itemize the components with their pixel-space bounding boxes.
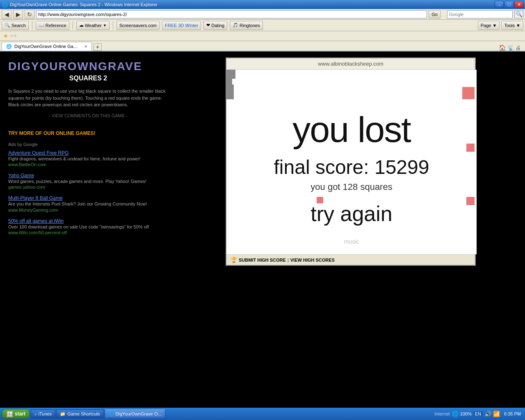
title-bar-left: 🌐 DigYourOwnGrave Online Games: Squares … <box>2 2 158 8</box>
ad-item-2: Multi-Player 8 Ball Game Are you the Int… <box>8 195 168 212</box>
minimize-button[interactable]: – <box>495 1 504 8</box>
reference-icon: 📖 <box>39 23 44 28</box>
taskbar-browser[interactable]: 🌐 DigYourOwnGrave O... <box>105 409 165 418</box>
screensavers-label: Screensavers.com <box>119 23 157 28</box>
toolbar-separator-1 <box>32 21 32 30</box>
url-input[interactable] <box>36 10 427 18</box>
browser-label: DigYourOwnGrave O... <box>116 411 162 416</box>
new-tab-button[interactable]: + <box>94 43 102 51</box>
gray-square-2 <box>226 79 232 84</box>
ad-title-0[interactable]: Adventure Quest Free RPG <box>8 150 168 156</box>
refresh-button[interactable]: ↻ <box>25 10 34 19</box>
winter-button[interactable]: FREE 3D Winter <box>162 21 201 30</box>
google-search-input[interactable] <box>447 10 513 18</box>
ad-title-3[interactable]: 50% off all games at iWin <box>8 218 168 224</box>
sys-tray-icon-1: 🔊 <box>484 411 491 417</box>
reference-button[interactable]: 📖 Reference <box>36 21 69 30</box>
submit-score-link[interactable]: SUBMIT HIGH SCORE <box>239 258 286 262</box>
view-comments-link[interactable]: - VIEW COMMENTS ON THIS GAME - <box>8 113 168 118</box>
back-button[interactable]: ◀ <box>2 10 11 19</box>
window-title: DigYourOwnGrave Online Games: Squares 2 … <box>10 2 158 7</box>
title-bar: 🌐 DigYourOwnGrave Online Games: Squares … <box>0 0 525 9</box>
tools-button[interactable]: Tools ▼ <box>501 21 523 30</box>
go-button[interactable]: Go <box>429 10 441 18</box>
weather-icon: ☁ <box>79 23 84 28</box>
view-scores-link[interactable]: VIEW HIGH SCORES <box>290 258 335 262</box>
dating-button[interactable]: ❤ Dating <box>203 21 227 30</box>
site-title: DIGYOUROWNGRAVE <box>8 60 168 73</box>
forward-button[interactable]: ▶ <box>13 10 23 19</box>
taskbar-itunes[interactable]: ♪ iTunes <box>31 409 55 418</box>
print-icon[interactable]: 🖨 <box>516 45 521 51</box>
ringtones-button[interactable]: 🎵 Ringtones <box>230 21 263 30</box>
game-bottom-bar: 🏆 SUBMIT HIGH SCORE | VIEW HIGH SCORES <box>226 254 475 265</box>
close-button[interactable]: ✕ <box>514 1 523 8</box>
ad-desc-3: Over 100 download games on sale Use code… <box>8 224 168 230</box>
red-square-2 <box>466 144 475 152</box>
maximize-button[interactable]: □ <box>504 1 514 8</box>
weather-dropdown-icon: ▼ <box>103 23 107 27</box>
rss-icon[interactable]: 📡 <box>507 45 514 51</box>
home-icon[interactable]: 🏠 <box>499 44 506 51</box>
ads-by-google-label: Ads by Google <box>8 142 168 147</box>
start-label: start <box>15 411 25 417</box>
sys-tray-icon-2: 📶 <box>493 411 500 417</box>
search-icon: 🔍 <box>5 23 10 28</box>
internet-label: Internet <box>434 411 450 416</box>
red-square-4 <box>466 197 475 205</box>
favorites-bar: ★ ☆+ <box>0 31 525 41</box>
game-area: www.albinoblacksheep.com you lost final … <box>176 52 525 408</box>
tab-squares2[interactable]: 🌐 DigYourOwnGrave Online Games: Squares … <box>2 42 92 51</box>
tab-close-button[interactable]: ✕ <box>84 44 87 49</box>
red-square-3 <box>317 197 323 203</box>
content-area: DIGYOUROWNGRAVE SQUARES 2 In Squares 2 y… <box>0 52 525 408</box>
title-bar-controls: – □ ✕ <box>495 1 523 8</box>
gray-square-1 <box>226 70 235 79</box>
ad-url-1[interactable]: games.yahoo.com <box>8 185 168 189</box>
google-search-button[interactable]: 🔍 <box>514 10 523 18</box>
add-favorites-icon[interactable]: ☆+ <box>10 33 16 39</box>
ad-desc-0: Fight dragons, werewolves & undead for f… <box>8 156 168 162</box>
trophy-icon: 🏆 <box>231 257 237 263</box>
try-more-label: TRY MORE OF OUR ONLINE GAMES! <box>8 130 168 136</box>
taskbar-right: Internet 🌐 100% EN 🔊 📶 6:35 PM <box>434 411 523 417</box>
score-separator: | <box>288 258 289 262</box>
ringtones-label: Ringtones <box>240 23 260 28</box>
try-again-button[interactable]: try again <box>226 201 477 226</box>
ad-title-1[interactable]: Yaho Game <box>8 173 168 178</box>
you-lost-text: you lost <box>226 112 477 148</box>
game-site-url: www.albinoblacksheep.com <box>226 58 475 70</box>
start-button[interactable]: 🪟 start <box>2 409 30 419</box>
winter-label: FREE 3D Winter <box>165 23 198 28</box>
ad-url-2[interactable]: www.MoneyGaming.com <box>8 208 168 212</box>
search-toolbar-button[interactable]: 🔍 Search <box>2 21 29 30</box>
ad-url-0[interactable]: www.BattleOn.com <box>8 162 168 167</box>
ad-title-2[interactable]: Multi-Player 8 Ball Game <box>8 195 168 201</box>
game-shortcuts-label: Game Shortcuts <box>67 411 100 416</box>
red-square-1 <box>462 87 475 99</box>
weather-button[interactable]: ☁ Weather ▼ <box>76 21 110 30</box>
favorites-star-icon: ★ <box>3 33 8 39</box>
dating-label: Dating <box>211 23 224 28</box>
lang-indicator: EN <box>473 411 483 416</box>
tab-bar: 🌐 DigYourOwnGrave Online Games: Squares … <box>0 41 525 52</box>
ringtones-icon: 🎵 <box>233 23 238 28</box>
screensavers-button[interactable]: Screensavers.com <box>116 21 160 30</box>
address-bar: ◀ ▶ ↻ Go 🔍 <box>0 9 525 20</box>
gray-square-4 <box>226 92 234 99</box>
search-label: Search <box>11 23 26 28</box>
browser-icon: 🌐 <box>108 411 114 417</box>
ad-item-3: 50% off all games at iWin Over 100 downl… <box>8 218 168 235</box>
taskbar-game-shortcuts[interactable]: 📁 Game Shortcuts <box>56 409 103 418</box>
toolbar-separator-2 <box>73 21 73 30</box>
itunes-icon: ♪ <box>34 411 37 416</box>
final-score-text: final score: 15299 <box>226 156 477 178</box>
squares-got-text: you got 128 squares <box>226 182 477 192</box>
toolbar-right: Page ▼ Tools ▼ <box>478 21 523 30</box>
page-button[interactable]: Page ▼ <box>478 21 500 30</box>
ad-url-3[interactable]: www.iWin.com/50-percent-off <box>8 230 168 235</box>
music-label[interactable]: music <box>226 238 477 249</box>
windows-logo: 🪟 <box>6 411 13 417</box>
itunes-label: iTunes <box>39 411 52 416</box>
game-canvas[interactable]: you lost final score: 15299 you got 128 … <box>226 70 477 254</box>
